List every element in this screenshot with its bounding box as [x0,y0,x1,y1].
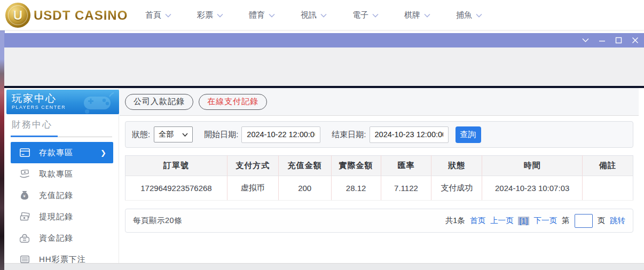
col-order-number: 訂單號 [125,156,227,176]
svg-text:¥: ¥ [22,194,26,198]
col-recharge-amount: 充值金額 [278,156,331,176]
query-button[interactable]: 查詢 [455,126,481,143]
players-center-header: 玩家中心 PLAYERS CENTER [6,90,119,114]
status-select-value: 全部 [159,130,174,139]
nav-label: 捕魚 [456,10,472,20]
total-count-text: 共1条 [445,216,465,226]
logo[interactable]: U USDT CASINO [5,3,128,28]
sidebar-item-label: 資金記錄 [39,233,73,243]
cell-remark [583,176,633,201]
collapse-chevron-icon[interactable] [582,37,589,44]
sidebar-menu: 存款專區 ❯ 取款專區 ¥ 充值記錄 提現記錄 [11,142,113,270]
col-payment-method: 支付方式 [227,156,278,176]
tabs-row: 公司入款記錄 在線支付記錄 [120,88,639,116]
col-exchange-rate: 匯率 [381,156,431,176]
col-time: 時間 [482,156,583,176]
table-row: 1729649223576268 虚拟币 200 28.12 7.1122 支付… [125,176,633,201]
cell-order-number: 1729649223576268 [125,176,227,201]
nav-item-fishing[interactable]: 捕魚 [456,10,482,20]
tab-online-payment-record[interactable]: 在線支付記錄 [199,94,267,110]
withdrawal-record-icon [19,211,30,222]
chevron-right-icon: ❯ [100,149,107,157]
chevron-down-icon [476,13,482,18]
sidebar-item-withdraw[interactable]: 取款專區 [11,163,113,185]
chevron-down-icon [217,13,223,18]
window-bottom-strip [4,263,644,270]
nav-item-slots[interactable]: 電子 [352,10,379,20]
cell-exchange-rate: 7.1122 [381,176,431,201]
cell-recharge-amount: 200 [278,176,331,201]
section-underline [11,136,112,137]
nav-item-home[interactable]: 首頁 [145,10,171,20]
nav-label: 視訊 [301,10,317,20]
pagination-bar: 每頁顯示20條 共1条 首页 上一页 [1] 下一页 第 页 跳转 [125,209,633,233]
sidebar-item-label: 提現記錄 [39,212,73,222]
finance-section-title: 財務中心 [12,118,52,131]
start-date-input[interactable] [241,126,320,143]
status-label: 狀態: [132,130,150,140]
window-body: 玩家中心 PLAYERS CENTER 財務中心 [4,88,644,263]
close-icon[interactable] [631,37,639,44]
sidebar-item-label: 存款專區 [39,148,73,158]
chevron-down-icon [320,13,327,18]
sidebar-item-label: 充值記錄 [39,190,73,201]
chevron-down-icon [165,13,171,18]
nav-label: 電子 [352,10,368,20]
start-date-label: 開始日期: [204,130,238,140]
sidebar-item-deposit[interactable]: 存款專區 ❯ [11,142,113,163]
end-date-label: 结束日期: [332,130,366,140]
current-page-indicator: [1] [518,217,529,225]
window-controls [582,33,642,47]
nav-label: 體育 [249,10,265,20]
sidebar-item-recharge-record[interactable]: ¥ 充值記錄 [11,185,113,206]
chevron-down-icon [424,13,430,18]
logo-coin-icon: U [5,3,30,28]
window-titlebar[interactable] [4,33,644,47]
logo-letter: U [13,8,22,23]
nav-label: 棋牌 [404,10,420,20]
first-page-link[interactable]: 首页 [470,216,485,226]
nav-item-boardgames[interactable]: 棋牌 [404,10,430,20]
col-status: 狀態 [431,156,482,176]
col-actual-amount: 實際金額 [331,156,381,176]
nav-label: 首頁 [145,10,161,20]
cell-payment-method: 虚拟币 [227,176,278,201]
deposit-card-icon [19,147,30,158]
sidebar: 玩家中心 PLAYERS CENTER 財務中心 [4,88,119,263]
nav-item-sports[interactable]: 體育 [249,10,275,20]
funds-bag-icon [19,233,30,243]
nav-item-video[interactable]: 視訊 [301,10,327,20]
pagination-controls: 共1条 首页 上一页 [1] 下一页 第 页 跳转 [445,214,625,228]
gamepad-icon [80,92,115,114]
select-chevron-icon [182,133,188,137]
sidebar-item-withdrawal-record[interactable]: 提現記錄 [11,206,113,227]
records-table: 訂單號 支付方式 充值金額 實際金額 匯率 狀態 時間 備註 172964922… [125,155,633,201]
page-size-text: 每頁顯示20條 [133,216,182,226]
jump-button[interactable]: 跳转 [610,216,625,226]
jump-page-input[interactable] [575,214,593,228]
nav-label: 彩票 [197,10,213,20]
cell-actual-amount: 28.12 [331,176,381,201]
logo-text: USDT CASINO [34,8,128,23]
nav-item-lottery[interactable]: 彩票 [197,10,223,20]
recharge-bag-icon: ¥ [19,190,30,201]
cell-status: 支付成功 [431,176,482,201]
jump-prefix-label: 第 [562,216,570,226]
jump-suffix-label: 页 [598,216,606,226]
chevron-down-icon [372,13,379,18]
col-remark: 備註 [583,156,633,176]
prev-page-link[interactable]: 上一页 [490,216,514,226]
withdraw-hand-icon [19,169,30,179]
end-date-input[interactable] [370,126,449,143]
filter-bar: 狀態: 全部 開始日期: 结束日期: 查詢 [125,121,633,148]
status-select[interactable]: 全部 [154,126,193,142]
site-header: U USDT CASINO 首頁 彩票 體育 視訊 電子 棋牌 捕魚 [0,0,644,30]
tab-company-deposit-record[interactable]: 公司入款記錄 [125,94,193,110]
main-nav: 首頁 彩票 體育 視訊 電子 棋牌 捕魚 [145,0,482,30]
main-content: 公司入款記錄 在線支付記錄 狀態: 全部 開始日期: 结束日期: 查詢 訂單號 [120,88,644,263]
next-page-link[interactable]: 下一页 [534,216,557,226]
sidebar-item-funds-record[interactable]: 資金記錄 [11,227,113,249]
cell-time: 2024-10-23 10:07:03 [482,176,583,201]
maximize-icon[interactable] [615,37,622,44]
minimize-icon[interactable] [598,37,606,44]
